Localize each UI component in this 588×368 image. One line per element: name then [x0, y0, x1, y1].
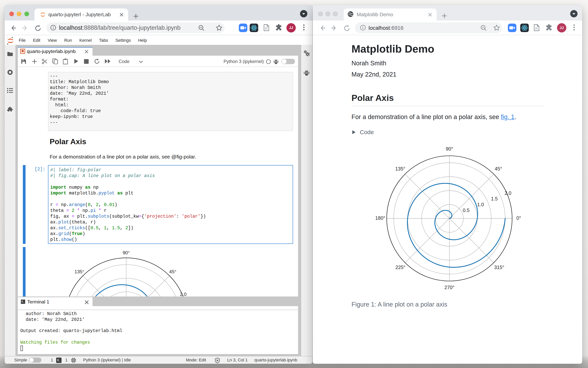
- svg-text:45°: 45°: [169, 269, 176, 274]
- svg-text:135°: 135°: [395, 166, 405, 171]
- svg-text:0.5: 0.5: [463, 208, 470, 213]
- svg-text:135°: 135°: [75, 269, 84, 274]
- svg-text:90°: 90°: [446, 146, 453, 152]
- svg-text:2.0: 2.0: [180, 292, 187, 297]
- svg-text:45°: 45°: [495, 166, 502, 171]
- svg-text:0°: 0°: [517, 215, 521, 221]
- svg-text:1.5: 1.5: [491, 196, 498, 201]
- svg-text:90°: 90°: [123, 250, 130, 255]
- svg-text:315°: 315°: [494, 265, 504, 270]
- svg-text:270°: 270°: [444, 285, 455, 290]
- svg-text:1.0: 1.0: [477, 202, 484, 207]
- svg-text:2.0: 2.0: [505, 190, 511, 196]
- svg-text:180°: 180°: [375, 215, 385, 221]
- svg-text:225°: 225°: [395, 265, 406, 270]
